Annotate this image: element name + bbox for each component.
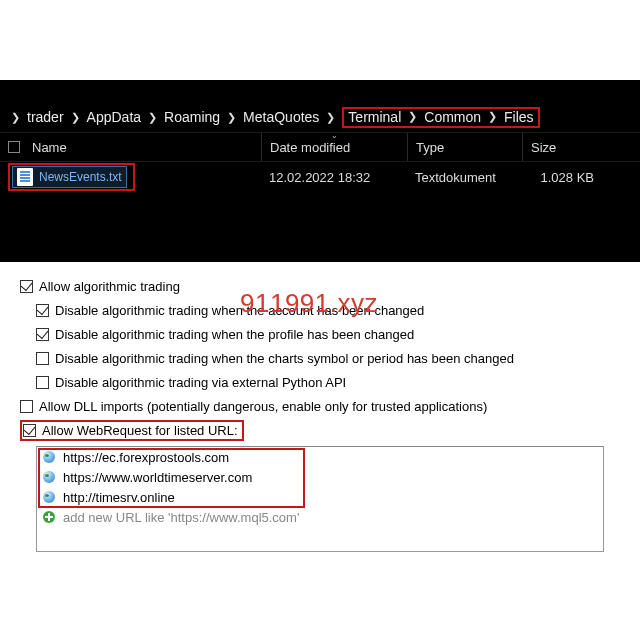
- column-size-label: Size: [531, 140, 556, 155]
- opt-allow-webrequest-label: Allow WebRequest for listed URL:: [42, 423, 238, 438]
- opt-disable-python[interactable]: Disable algorithmic trading via external…: [8, 370, 632, 394]
- chevron-right-icon: ❯: [326, 111, 335, 124]
- crumb-terminal[interactable]: Terminal: [348, 109, 401, 125]
- url-add-hint[interactable]: add new URL like 'https://www.mql5.com': [37, 507, 603, 527]
- url-text: https://ec.forexprostools.com: [63, 450, 229, 465]
- webrequest-highlight: Allow WebRequest for listed URL:: [20, 420, 244, 441]
- file-date: 12.02.2022 18:32: [261, 170, 407, 185]
- crumb-roaming[interactable]: Roaming: [164, 109, 220, 125]
- crumb-common[interactable]: Common: [424, 109, 481, 125]
- checkbox-disable-symbol[interactable]: [36, 352, 49, 365]
- chevron-right-icon: ❯: [71, 111, 80, 124]
- options-panel: 911991.xyz Allow algorithmic trading Dis…: [0, 262, 640, 564]
- opt-allow-algo-label: Allow algorithmic trading: [39, 279, 180, 294]
- opt-disable-account[interactable]: Disable algorithmic trading when the acc…: [8, 298, 632, 322]
- chevron-right-icon: ❯: [148, 111, 157, 124]
- crumb-trader[interactable]: trader: [27, 109, 64, 125]
- column-headers: Name ⌄ Date modified Type Size: [0, 132, 640, 162]
- column-type[interactable]: Type: [407, 133, 522, 161]
- chevron-right-icon: ❯: [227, 111, 236, 124]
- plus-icon: [43, 511, 55, 523]
- file-size: 1.028 KB: [522, 170, 602, 185]
- sort-indicator-icon: ⌄: [331, 131, 338, 140]
- breadcrumb-highlight: Terminal ❯ Common ❯ Files: [342, 107, 539, 128]
- column-type-label: Type: [416, 140, 444, 155]
- column-size[interactable]: Size: [522, 133, 602, 161]
- globe-icon: [43, 491, 55, 503]
- column-name[interactable]: Name: [0, 133, 261, 161]
- text-file-icon: [17, 168, 33, 186]
- opt-allow-dll[interactable]: Allow DLL imports (potentially dangerous…: [8, 394, 632, 418]
- checkbox-allow-webrequest[interactable]: [23, 424, 36, 437]
- select-all-checkbox[interactable]: [8, 141, 20, 153]
- globe-icon: [43, 471, 55, 483]
- opt-allow-algo[interactable]: Allow algorithmic trading: [8, 274, 632, 298]
- column-date-label: Date modified: [270, 140, 350, 155]
- opt-disable-python-label: Disable algorithmic trading via external…: [55, 375, 346, 390]
- globe-icon: [43, 451, 55, 463]
- checkbox-disable-python[interactable]: [36, 376, 49, 389]
- checkbox-disable-account[interactable]: [36, 304, 49, 317]
- opt-allow-webrequest[interactable]: Allow WebRequest for listed URL:: [8, 418, 632, 442]
- url-listbox[interactable]: https://ec.forexprostools.com https://ww…: [36, 446, 604, 552]
- url-hint-text: add new URL like 'https://www.mql5.com': [63, 510, 299, 525]
- url-text: https://www.worldtimeserver.com: [63, 470, 252, 485]
- opt-disable-symbol[interactable]: Disable algorithmic trading when the cha…: [8, 346, 632, 370]
- url-item[interactable]: http://timesrv.online: [37, 487, 603, 507]
- url-item[interactable]: https://ec.forexprostools.com: [37, 447, 603, 467]
- column-name-label: Name: [32, 140, 67, 155]
- checkbox-allow-algo[interactable]: [20, 280, 33, 293]
- checkbox-allow-dll[interactable]: [20, 400, 33, 413]
- opt-disable-profile-label: Disable algorithmic trading when the pro…: [55, 327, 414, 342]
- column-date[interactable]: ⌄ Date modified: [261, 133, 407, 161]
- opt-disable-symbol-label: Disable algorithmic trading when the cha…: [55, 351, 514, 366]
- chevron-right-icon: ❯: [488, 110, 497, 123]
- checkbox-disable-profile[interactable]: [36, 328, 49, 341]
- table-row[interactable]: NewsEvents.txt 12.02.2022 18:32 Textdoku…: [0, 162, 640, 192]
- crumb-files[interactable]: Files: [504, 109, 534, 125]
- crumb-metaquotes[interactable]: MetaQuotes: [243, 109, 319, 125]
- file-highlight: NewsEvents.txt: [8, 163, 135, 191]
- file-name[interactable]: NewsEvents.txt: [39, 170, 122, 184]
- url-item[interactable]: https://www.worldtimeserver.com: [37, 467, 603, 487]
- crumb-appdata[interactable]: AppData: [87, 109, 141, 125]
- file-selection: NewsEvents.txt: [12, 166, 127, 188]
- chevron-right-icon: ❯: [11, 111, 20, 124]
- file-type: Textdokument: [407, 170, 522, 185]
- breadcrumb[interactable]: ❯ trader ❯ AppData ❯ Roaming ❯ MetaQuote…: [0, 102, 640, 132]
- opt-allow-dll-label: Allow DLL imports (potentially dangerous…: [39, 399, 487, 414]
- opt-disable-profile[interactable]: Disable algorithmic trading when the pro…: [8, 322, 632, 346]
- chevron-right-icon: ❯: [408, 110, 417, 123]
- url-text: http://timesrv.online: [63, 490, 175, 505]
- opt-disable-account-label: Disable algorithmic trading when the acc…: [55, 303, 424, 318]
